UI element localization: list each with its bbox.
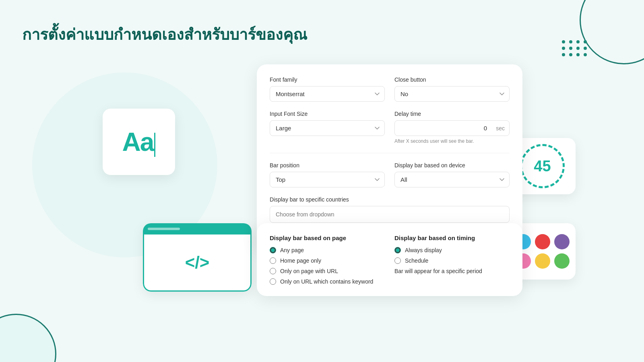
font-family-group: Font family Montserrat Roboto Open Sans … xyxy=(270,76,385,102)
color-dot-red xyxy=(535,234,550,249)
radio-url-page-label: Only on page with URL xyxy=(280,268,338,274)
radio-specific-period-label: Bar will appear for a specific period xyxy=(394,268,482,274)
radio-always-input[interactable] xyxy=(394,247,401,253)
radio-any-page-label: Any page xyxy=(280,247,304,253)
timing-section: Display bar based on timing Always displ… xyxy=(394,234,510,285)
radio-schedule[interactable]: Schedule xyxy=(394,257,510,264)
code-tag-text: </> xyxy=(185,253,210,272)
delay-time-label: Delay time xyxy=(394,111,510,117)
bar-position-select[interactable]: Top Bottom xyxy=(270,172,385,187)
input-font-size-group: Input Font Size Small Medium Large xyxy=(270,111,385,144)
code-card-body: </> xyxy=(143,234,252,292)
font-preview-text: Aa xyxy=(122,127,156,157)
font-family-label: Font family xyxy=(270,76,385,83)
delay-time-input[interactable] xyxy=(394,120,510,136)
radio-url-page[interactable]: Only on page with URL xyxy=(270,268,385,274)
page-section: Display bar based on page Any page Home … xyxy=(270,234,385,285)
delay-time-group: Delay time sec After X seconds user will… xyxy=(394,111,510,144)
form-row-1: Font family Montserrat Roboto Open Sans … xyxy=(270,76,510,102)
form-row-2: Input Font Size Small Medium Large Delay… xyxy=(270,111,510,144)
delay-input-wrapper: sec xyxy=(394,120,510,136)
radio-specific-period: Bar will appear for a specific period xyxy=(394,268,510,274)
input-font-size-label: Input Font Size xyxy=(270,111,385,117)
font-family-select[interactable]: Montserrat Roboto Open Sans Lato Poppins xyxy=(270,86,385,102)
radio-keyword-page-input[interactable] xyxy=(270,278,276,285)
input-font-size-select[interactable]: Small Medium Large xyxy=(270,120,385,136)
radio-keyword-page-label: Only on URL which contains keyword xyxy=(280,278,373,285)
close-button-select[interactable]: No Yes xyxy=(394,86,510,102)
font-preview-card: Aa xyxy=(103,109,175,175)
bg-circle-bottom-left xyxy=(0,314,56,362)
radio-home-page-input[interactable] xyxy=(270,257,276,264)
timer-number: 45 xyxy=(534,158,551,175)
radio-keyword-page[interactable]: Only on URL which contains keyword xyxy=(270,278,385,285)
delay-unit: sec xyxy=(496,125,505,132)
radio-any-page[interactable]: Any page xyxy=(270,247,385,253)
page-section-title: Display bar based on page xyxy=(270,234,385,241)
countries-group: Display bar to specific countries xyxy=(270,196,510,223)
color-dot-yellow xyxy=(535,253,550,269)
radio-schedule-label: Schedule xyxy=(405,257,428,264)
countries-dropdown-input[interactable] xyxy=(270,206,510,223)
divider-1 xyxy=(270,153,510,153)
radio-always[interactable]: Always display xyxy=(394,247,510,253)
color-dot-purple xyxy=(554,234,570,249)
delay-hint: After X seconds user will see the bar. xyxy=(394,138,510,144)
timer-circle: 45 xyxy=(520,144,565,188)
countries-label: Display bar to specific countries xyxy=(270,196,510,203)
radio-home-page[interactable]: Home page only xyxy=(270,257,385,264)
bar-position-label: Bar position xyxy=(270,162,385,169)
code-card-header-line xyxy=(148,228,180,230)
radio-always-label: Always display xyxy=(405,247,442,253)
radio-schedule-input[interactable] xyxy=(394,257,401,264)
close-button-label: Close button xyxy=(394,76,510,83)
bg-circle-top-right xyxy=(580,0,644,64)
code-card-header xyxy=(143,223,252,234)
display-bar-device-group: Display bar based on device All Mobile D… xyxy=(394,162,510,187)
radio-url-page-input[interactable] xyxy=(270,268,276,274)
display-bar-device-label: Display bar based on device xyxy=(394,162,510,169)
bar-position-group: Bar position Top Bottom xyxy=(270,162,385,187)
code-preview-card: </> xyxy=(143,223,252,292)
cursor-bar xyxy=(154,133,155,157)
radio-any-page-input[interactable] xyxy=(270,247,276,253)
close-button-group: Close button No Yes xyxy=(394,76,510,102)
display-bar-device-select[interactable]: All Mobile Desktop xyxy=(394,172,510,187)
bg-dots xyxy=(562,40,588,56)
page-radio-group: Any page Home page only Only on page wit… xyxy=(270,247,385,285)
form-row-3: Bar position Top Bottom Display bar base… xyxy=(270,162,510,187)
color-dot-green xyxy=(554,253,570,269)
colors-grid xyxy=(516,234,570,269)
timing-radio-group: Always display Schedule Bar will appear … xyxy=(394,247,510,274)
radio-home-page-label: Home page only xyxy=(280,257,321,264)
timing-section-title: Display bar based on timing xyxy=(394,234,510,241)
page-title: การตั้งค่าแบบกำหนดเองสำหรับบาร์ของคุณ xyxy=(22,22,307,47)
below-panel: Display bar based on page Any page Home … xyxy=(257,223,522,296)
two-col-sections: Display bar based on page Any page Home … xyxy=(270,234,510,285)
